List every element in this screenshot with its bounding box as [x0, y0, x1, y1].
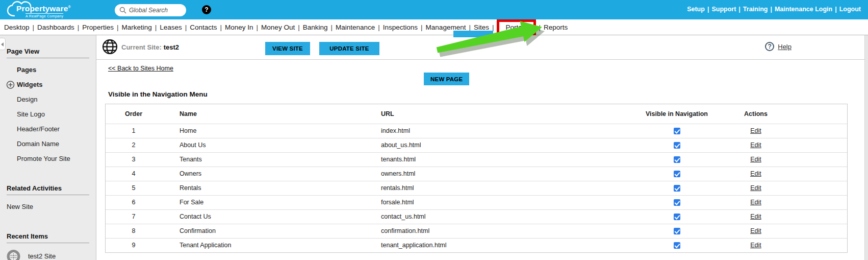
nav-item-money-out[interactable]: Money Out [261, 23, 295, 31]
top-link-training[interactable]: Training [743, 6, 768, 13]
visible-checkbox[interactable] [674, 228, 680, 234]
pages-table-container: OrderNameURLVisible in NavigationActions… [105, 104, 848, 253]
sidebar-item-pages[interactable]: Pages [0, 62, 96, 77]
edit-link[interactable]: Edit [750, 127, 761, 134]
sidebar-item-design[interactable]: Design [0, 92, 96, 107]
cell-url: rentals.html [361, 181, 626, 195]
nav-item-sites[interactable]: Sites [474, 23, 489, 31]
nav-item-properties[interactable]: Properties [82, 23, 114, 31]
sidebar-item-domain-name[interactable]: Domain Name [0, 136, 96, 151]
view-site-button[interactable]: VIEW SITE [265, 42, 310, 55]
help-question-badge[interactable]: ? [202, 5, 211, 14]
edit-link[interactable]: Edit [750, 213, 761, 220]
pages-table: OrderNameURLVisible in NavigationActions… [106, 104, 847, 252]
top-header-bar: Propertyware® A RealPage Company ? Setup… [0, 0, 868, 19]
table-body: 1Homeindex.htmlEdit2About Usabout_us.htm… [106, 124, 847, 252]
top-link-maintenance-login[interactable]: Maintenance Login [775, 6, 832, 13]
sidebar-item-new-site[interactable]: New Site [0, 199, 96, 214]
page-body: Page ViewPagesWidgetsDesignSite LogoHead… [0, 35, 868, 260]
new-page-button[interactable]: NEW PAGE [424, 73, 469, 85]
help-circle-icon: ? [765, 42, 774, 51]
nav-item-leases[interactable]: Leases [160, 23, 182, 31]
column-header-url: URL [361, 104, 626, 124]
sidebar-item-test2-site[interactable]: test2 Site [0, 247, 96, 260]
nav-item-banking[interactable]: Banking [303, 23, 328, 31]
nav-item-marketing[interactable]: Marketing [121, 23, 151, 31]
visible-checkbox[interactable] [674, 171, 680, 177]
cell-order: 7 [106, 209, 162, 224]
cell-name: For Sale [162, 195, 361, 209]
nav-item-reports[interactable]: Reports [544, 23, 568, 31]
visible-checkbox[interactable] [674, 214, 680, 220]
search-input[interactable] [129, 7, 180, 14]
top-link-logout[interactable]: Logout [839, 6, 861, 13]
nav-item-management[interactable]: Management [426, 23, 466, 31]
sidebar-item-label: New Site [7, 203, 33, 210]
visible-checkbox[interactable] [674, 128, 680, 134]
vertical-scrollbar[interactable] [864, 35, 868, 260]
edit-link[interactable]: Edit [750, 242, 761, 249]
cell-name: Contact Us [162, 209, 361, 224]
plus-circle-icon [6, 80, 15, 89]
search-icon [119, 7, 126, 14]
sidebar-section-related-activities: Related ActivitiesNew Site [0, 184, 96, 214]
column-header-name: Name [162, 104, 361, 124]
nav-item-desktop[interactable]: Desktop [4, 23, 30, 31]
sidebar-item-widgets[interactable]: Widgets [0, 77, 96, 92]
update-site-button[interactable]: UPDATE SITE [319, 42, 379, 55]
edit-link[interactable]: Edit [750, 199, 761, 206]
back-to-sites-home-link[interactable]: << Back to Sites Home [108, 65, 173, 72]
edit-link[interactable]: Edit [750, 227, 761, 234]
visible-checkbox[interactable] [674, 199, 680, 206]
content-header: Current Site:test2 VIEW SITE UPDATE SITE… [96, 35, 868, 60]
propertyware-logo[interactable]: Propertyware® A RealPage Company [5, 1, 87, 19]
visible-checkbox[interactable] [674, 242, 680, 249]
sidebar-item-header-footer[interactable]: Header/Footer [0, 122, 96, 136]
nav-item-maintenance[interactable]: Maintenance [336, 23, 375, 31]
main-nav: Desktop|Dashboards|Properties|Marketing|… [0, 19, 868, 35]
sidebar-item-site-logo[interactable]: Site Logo [0, 107, 96, 122]
sidebar-item-label: Promote Your Site [17, 155, 70, 162]
nav-item-money-in[interactable]: Money In [225, 23, 253, 31]
sidebar-item-label: Header/Footer [17, 125, 60, 133]
cell-name: Owners [162, 167, 361, 181]
visible-checkbox[interactable] [674, 156, 680, 163]
cell-order: 4 [106, 167, 162, 181]
cell-name: Home [162, 124, 361, 138]
sidebar-item-label: Site Logo [17, 110, 45, 118]
cell-order: 5 [106, 181, 162, 195]
cell-url: index.html [361, 124, 626, 138]
table-row: 3Tenantstenants.htmlEdit [106, 152, 847, 167]
table-row: 5Rentalsrentals.htmlEdit [106, 181, 847, 195]
nav-item-contacts[interactable]: Contacts [190, 23, 217, 31]
nav-item-dashboards[interactable]: Dashboards [37, 23, 74, 31]
section-title: Visible in the Navigation Menu [108, 90, 208, 98]
table-row: 1Homeindex.htmlEdit [106, 124, 847, 138]
edit-link[interactable]: Edit [750, 141, 761, 149]
visible-checkbox[interactable] [674, 142, 680, 149]
sidebar-section-recent-items: Recent Itemstest2 Site [0, 232, 96, 260]
cell-name: Rentals [162, 181, 361, 195]
sidebar-title-page-view: Page View [7, 48, 89, 58]
edit-link[interactable]: Edit [750, 170, 761, 177]
visible-checkbox[interactable] [674, 185, 680, 192]
edit-link[interactable]: Edit [750, 184, 761, 192]
edit-link[interactable]: Edit [750, 156, 761, 163]
top-link-support[interactable]: Support [711, 6, 736, 13]
sidebar-collapse-handle[interactable] [0, 38, 6, 50]
sidebar: Page ViewPagesWidgetsDesignSite LogoHead… [0, 35, 96, 260]
table-row: 4Ownersowners.htmlEdit [106, 167, 847, 181]
nav-item-inspections[interactable]: Inspections [383, 23, 418, 31]
top-right-links: Setup|Support|Training|Maintenance Login… [687, 6, 861, 13]
globe-icon [102, 39, 118, 55]
nav-item-portals[interactable]: Portals [497, 19, 535, 35]
cell-url: confirmation.html [361, 224, 626, 238]
column-header-actions: Actions [728, 104, 784, 124]
help-link[interactable]: Help [778, 43, 792, 51]
top-link-setup[interactable]: Setup [687, 6, 705, 13]
column-header-visible-in-navigation: Visible in Navigation [626, 104, 728, 124]
global-search[interactable] [115, 4, 186, 16]
cell-url: owners.html [361, 167, 626, 181]
sidebar-item-label: Domain Name [17, 140, 59, 148]
sidebar-item-promote-your-site[interactable]: Promote Your Site [0, 151, 96, 166]
